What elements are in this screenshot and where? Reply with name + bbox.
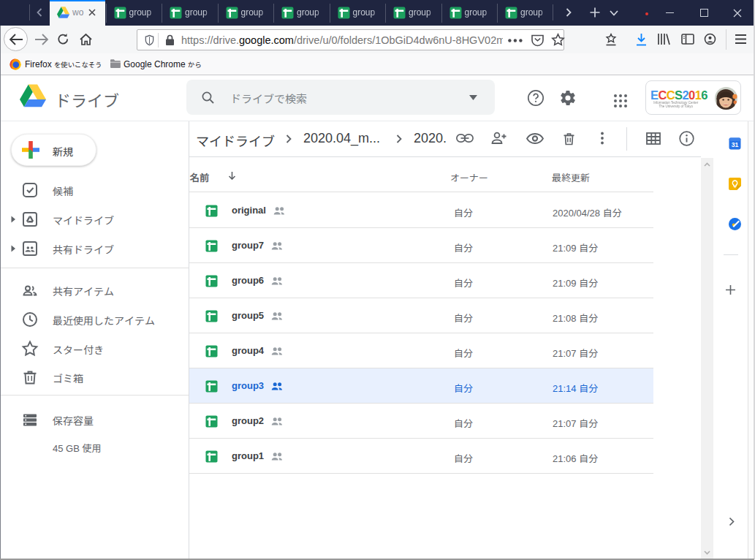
svg-text:31: 31 [732,141,739,148]
